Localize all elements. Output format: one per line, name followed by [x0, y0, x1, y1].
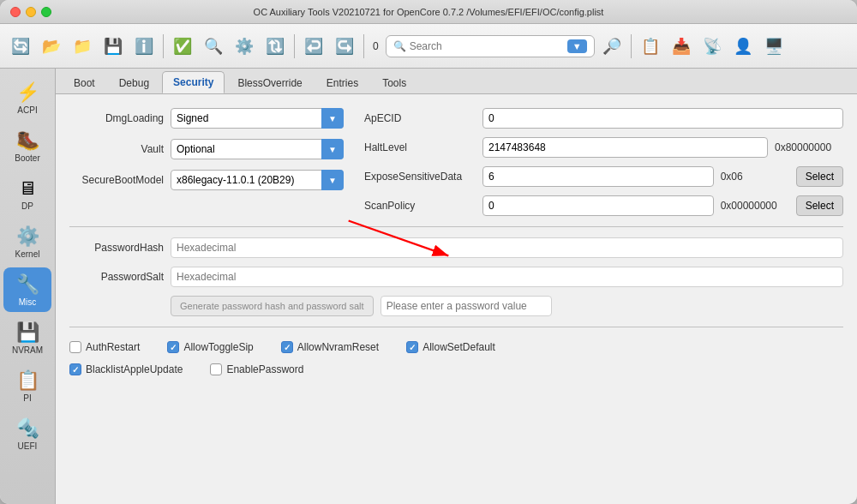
open-button[interactable]: 📂 — [38, 33, 65, 60]
tab-security[interactable]: Security — [162, 71, 225, 93]
apecid-input[interactable] — [482, 108, 843, 129]
traffic-lights — [10, 7, 51, 17]
scanpolicy-input[interactable] — [482, 195, 714, 216]
dmgloading-select-wrapper: Signed ▼ — [171, 108, 344, 129]
search-input[interactable] — [410, 40, 564, 52]
sidebar-label-dp: DP — [21, 201, 33, 211]
sidebar-label-pi: PI — [23, 393, 31, 403]
tabs-bar: Boot Debug Security BlessOverride Entrie… — [56, 69, 857, 94]
counter-display: 0 — [369, 40, 382, 52]
search-dropdown[interactable]: ▼ — [567, 39, 587, 53]
dmgloading-select[interactable]: Signed — [171, 108, 344, 129]
authrestart-item[interactable]: AuthRestart — [69, 341, 140, 353]
authrestart-checkbox[interactable] — [69, 341, 81, 353]
vault-select[interactable]: Optional — [171, 139, 344, 159]
toolbar-separator-1 — [163, 34, 164, 58]
sidebar-item-pi[interactable]: 📋 PI — [3, 363, 51, 408]
user-button[interactable]: 👤 — [729, 33, 757, 60]
tab-tools[interactable]: Tools — [371, 72, 417, 93]
app-button[interactable]: 🖥️ — [760, 33, 788, 60]
passwordsalt-row: PasswordSalt — [69, 267, 843, 287]
refresh-button[interactable]: 🔃 — [261, 33, 289, 60]
sidebar-label-booter: Booter — [15, 153, 39, 163]
app-icon: 🖥️ — [764, 37, 783, 56]
allownvramreset-checkbox[interactable] — [281, 341, 293, 353]
nvram-icon: 💾 — [16, 321, 39, 344]
minimize-button[interactable] — [26, 7, 36, 17]
blacklistappleupdate-item[interactable]: BlacklistAppleUpdate — [69, 363, 183, 375]
generate-row: Generate password hash and password salt — [69, 296, 843, 316]
haltlevel-row: HaltLevel 0x80000000 — [364, 137, 843, 158]
password-section: PasswordHash PasswordSalt Generate passw… — [69, 237, 843, 316]
booter-icon: 🥾 — [16, 129, 39, 152]
toolbar-separator-3 — [363, 34, 364, 58]
allowsetdefault-label: AllowSetDefault — [423, 341, 495, 353]
check-button[interactable]: ✅ — [169, 33, 196, 60]
info-button[interactable]: ℹ️ — [130, 33, 158, 60]
title-bar: OC Auxiliary Tools V20210721 for OpenCor… — [0, 0, 857, 24]
sidebar: ⚡ ACPI 🥾 Booter 🖥 DP ⚙️ Kernel 🔧 Misc 💾 — [0, 69, 56, 504]
sidebar-item-dp[interactable]: 🖥 DP — [3, 171, 51, 216]
tab-blessoverride[interactable]: BlessOverride — [226, 72, 313, 93]
browse-button[interactable]: 📁 — [69, 33, 96, 60]
sidebar-item-uefi[interactable]: 🔩 UEFI — [3, 411, 51, 456]
tab-debug[interactable]: Debug — [108, 72, 160, 93]
scanpolicy-select-button[interactable]: Select — [796, 195, 843, 216]
allownvramreset-item[interactable]: AllowNvramReset — [281, 341, 379, 353]
passwordsalt-label: PasswordSalt — [69, 271, 164, 283]
config-button[interactable]: ⚙️ — [231, 33, 258, 60]
save-button[interactable]: 💾 — [99, 33, 127, 60]
tab-boot[interactable]: Boot — [63, 72, 106, 93]
download-icon: 📥 — [672, 37, 691, 56]
new-button[interactable]: 🔄 — [7, 33, 34, 60]
haltlevel-input[interactable] — [482, 137, 768, 158]
window-title: OC Auxiliary Tools V20210721 for OpenCor… — [254, 7, 604, 17]
scanpolicy-hex: 0x00000000 — [721, 200, 789, 212]
new-icon: 🔄 — [11, 37, 30, 56]
toolbar-separator-2 — [294, 34, 295, 58]
sidebar-item-acpi[interactable]: ⚡ ACPI — [3, 75, 51, 120]
dmgloading-label: DmgLoading — [69, 112, 164, 124]
passwordsalt-input[interactable] — [171, 267, 843, 287]
authrestart-label: AuthRestart — [86, 341, 140, 353]
vault-select-wrapper: Optional ▼ — [171, 139, 344, 159]
magnify-button[interactable]: 🔎 — [598, 33, 626, 60]
enablepassword-checkbox[interactable] — [210, 363, 222, 375]
sidebar-item-nvram[interactable]: 💾 NVRAM — [3, 315, 51, 360]
right-form: ApECID HaltLevel 0x80000000 ExposeSensit… — [364, 108, 843, 216]
scanpolicy-label: ScanPolicy — [364, 200, 476, 212]
securebootmodel-select[interactable]: x86legacy-11.0.1 (20B29) — [171, 170, 344, 190]
redo-icon: ↪️ — [335, 37, 354, 56]
blacklistappleupdate-checkbox[interactable] — [69, 363, 81, 375]
allowsetdefault-item[interactable]: AllowSetDefault — [406, 341, 495, 353]
vault-label: Vault — [69, 143, 164, 155]
redo-button[interactable]: ↪️ — [331, 33, 358, 60]
allowtogglesip-checkbox[interactable] — [167, 341, 179, 353]
sidebar-item-booter[interactable]: 🥾 Booter — [3, 123, 51, 168]
sidebar-label-kernel: Kernel — [15, 249, 40, 259]
refresh-icon: 🔃 — [266, 37, 285, 56]
tab-entries[interactable]: Entries — [315, 72, 369, 93]
passwordhash-input[interactable] — [171, 237, 843, 258]
exposesensitivedata-select-button[interactable]: Select — [796, 166, 843, 187]
download-button[interactable]: 📥 — [668, 33, 695, 60]
list-button[interactable]: 📋 — [637, 33, 664, 60]
undo-button[interactable]: ↩️ — [300, 33, 327, 60]
checkboxes-section: AuthRestart AllowToggleSip AllowNvramRes… — [69, 341, 843, 375]
close-button[interactable] — [10, 7, 21, 17]
sidebar-item-kernel[interactable]: ⚙️ Kernel — [3, 219, 51, 264]
allowtogglesip-item[interactable]: AllowToggleSip — [167, 341, 253, 353]
exposesensitivedata-input[interactable] — [482, 166, 714, 187]
wifi-button[interactable]: 📡 — [698, 33, 726, 60]
password-value-input[interactable] — [381, 296, 552, 316]
enablepassword-item[interactable]: EnablePassword — [210, 363, 303, 375]
maximize-button[interactable] — [41, 7, 51, 17]
config-icon: ⚙️ — [235, 37, 254, 56]
misc-icon: 🔧 — [16, 273, 39, 296]
sidebar-item-misc[interactable]: 🔧 Misc — [3, 267, 51, 312]
generate-button[interactable]: Generate password hash and password salt — [171, 296, 374, 316]
browse-icon: 📁 — [73, 37, 92, 56]
scan-button[interactable]: 🔍 — [200, 33, 227, 60]
allowsetdefault-checkbox[interactable] — [406, 341, 418, 353]
haltlevel-hex: 0x80000000 — [775, 141, 843, 153]
